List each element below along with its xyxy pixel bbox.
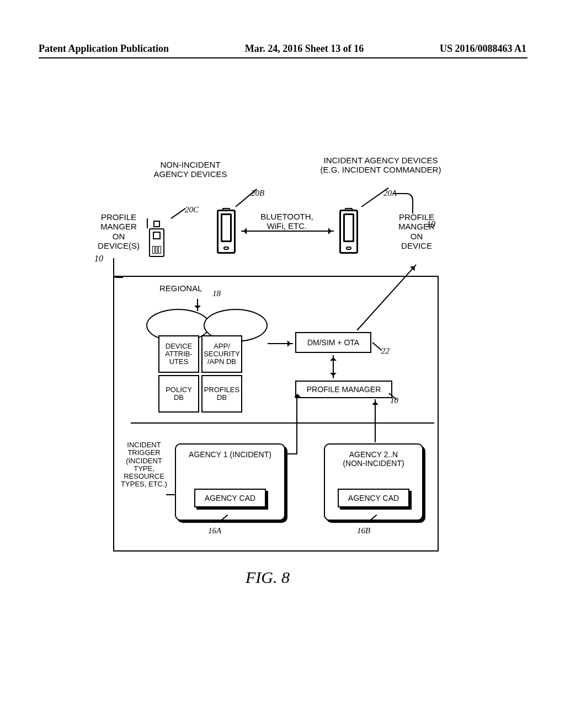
header-rule [39, 57, 527, 58]
db-policy: POLICY DB [158, 375, 199, 413]
tier-divider [131, 422, 434, 424]
lead-22 [372, 342, 382, 351]
hook-10-right [392, 193, 413, 214]
arrow-cloud-to-dmsim [268, 343, 293, 344]
figure-caption: FIG. 8 [97, 568, 439, 587]
db-device-attributes: DEVICE ATTRIB- UTES [158, 335, 199, 373]
box-agency-2n: AGENCY 2..N (NON-INCIDENT) AGENCY CAD [324, 443, 423, 521]
header-left: Patent Application Publication [39, 43, 169, 55]
label-regional: REGIONAL [159, 283, 202, 293]
box-agency-1-cad: AGENCY CAD [194, 489, 266, 507]
label-profile-manager-on-devices: PROFILE MANGER ON DEVICE(S) [97, 212, 141, 250]
arrowhead-ag1-to-pm [294, 390, 301, 397]
box-profile-manager: PROFILE MANAGER [295, 381, 392, 398]
phone-20a-icon [339, 210, 358, 254]
label-agency-1: AGENCY 1 (INCIDENT) [176, 450, 284, 459]
header-right: US 2016/0088463 A1 [440, 43, 526, 55]
header-center: Mar. 24, 2016 Sheet 13 of 16 [245, 43, 364, 55]
box-dmsim-ota: DM/SIM + OTA [295, 332, 371, 353]
phone-20b-icon [217, 210, 236, 254]
regional-db-cluster: DEVICE ATTRIB- UTES APP/ SECURITY /APN D… [146, 309, 268, 397]
radio-device-icon [143, 221, 164, 258]
ref-22: 22 [381, 346, 390, 356]
ref-16b: 16B [357, 526, 370, 536]
label-incident-trigger: INCIDENT TRIGGER (INCIDENT TYPE, RESOURC… [119, 441, 169, 489]
device-row: PROFILE MANGER ON DEVICE(S) 10 20C 20B B… [97, 199, 439, 276]
label-agency-2n: AGENCY 2..N (NON-INCIDENT) [325, 450, 422, 468]
lead-20c [170, 208, 185, 219]
ref-16a: 16A [208, 526, 221, 536]
ref-20b: 20B [251, 189, 264, 198]
arrow-device-to-device [241, 231, 334, 232]
conn-ag1-out-v [296, 398, 297, 454]
conn-ag2-to-pm [375, 399, 376, 442]
label-incident-devices: INCIDENT AGENCY DEVICES (E.G. INCIDENT C… [312, 156, 450, 175]
db-app-security-apn: APP/ SECURITY /APN DB [201, 335, 242, 373]
db-profiles: PROFILES DB [201, 375, 242, 413]
conn-ag1-out-h [285, 453, 297, 454]
box-agency-2-cad: AGENCY CAD [338, 489, 409, 507]
system-frame: REGIONAL 18 DEVICE ATTRIB- UTES APP/ SEC… [113, 276, 439, 552]
ref-20c: 20C [185, 205, 199, 215]
hook-10-left [113, 258, 123, 278]
label-non-incident-devices: NON-INCIDENT AGENCY DEVICES [152, 160, 229, 179]
label-profile-manager-on-device: PROFILE MANGER ON DEVICE [395, 212, 439, 250]
ref-18: 18 [212, 289, 221, 298]
ref-10-left: 10 [94, 254, 103, 264]
arrow-dmsim-pm [333, 355, 334, 378]
label-bluetooth-wifi: BLUETOOTH, WiFi, ETC. [246, 212, 328, 231]
box-agency-1: AGENCY 1 (INCIDENT) AGENCY CAD [175, 443, 285, 521]
